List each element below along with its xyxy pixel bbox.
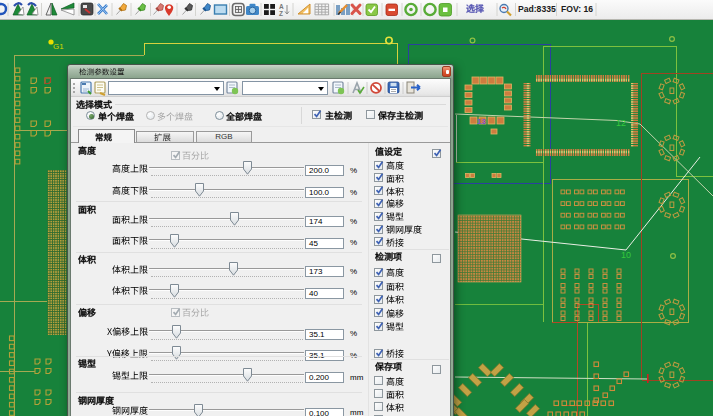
svg-text:Z: Z <box>279 10 283 17</box>
svg-text:Pad:8335: Pad:8335 <box>518 4 556 14</box>
svg-text:13: 13 <box>477 117 486 126</box>
svg-text:FOV: 16: FOV: 16 <box>561 4 593 14</box>
svg-text:G1: G1 <box>53 42 64 51</box>
svg-text:10: 10 <box>621 250 631 260</box>
svg-text:12: 12 <box>616 118 626 128</box>
svg-text:A: A <box>279 3 284 10</box>
